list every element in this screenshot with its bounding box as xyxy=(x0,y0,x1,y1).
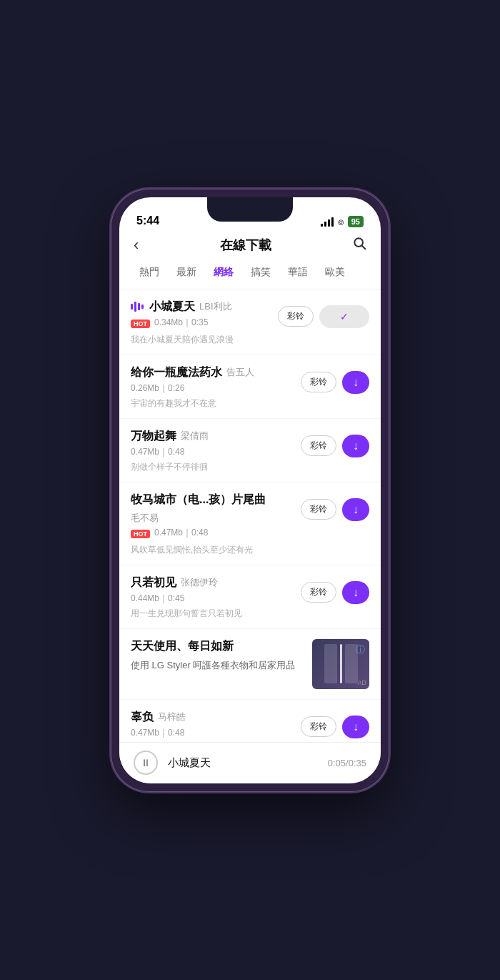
ringtone-button[interactable]: 彩铃 xyxy=(301,499,336,520)
song-lyric: 用一生兑现那句誓言只若初见 xyxy=(131,608,294,620)
tab-chinese[interactable]: 華語 xyxy=(279,263,316,282)
download-button[interactable]: ↓ xyxy=(342,581,369,604)
list-item: 牧马城市（电...孩）片尾曲 毛不易 HOT 0.47Mb｜0:48 风吹草低见… xyxy=(119,482,381,565)
ringtone-button[interactable]: 彩铃 xyxy=(301,582,336,603)
song-actions: 彩铃 ✓ xyxy=(278,305,369,328)
song-meta: 0.47Mb｜0:48 xyxy=(131,727,294,739)
song-meta: 0.44Mb｜0:45 xyxy=(131,593,294,605)
tab-funny[interactable]: 搞笑 xyxy=(242,263,279,282)
song-artist: 毛不易 xyxy=(131,512,159,525)
hot-badge: HOT xyxy=(131,530,150,538)
list-item: 万物起舞 梁倩雨 0.47Mb｜0:48 别做个样子不停徘徊 彩铃 ↓ xyxy=(119,419,381,482)
list-item: 给你一瓶魔法药水 告五人 0.26Mb｜0:26 宇宙的有趣我才不在意 彩铃 ↓ xyxy=(119,355,381,419)
phone-screen: 5:44 ⌾ 95 ‹ 在線下載 xyxy=(119,197,381,783)
song-actions: 彩铃 ↓ xyxy=(301,716,369,738)
song-title-row: 万物起舞 梁倩雨 xyxy=(131,429,294,444)
song-actions: 彩铃 ↓ xyxy=(301,581,369,604)
wifi-icon: ⌾ xyxy=(338,216,344,227)
downloaded-indicator: ✓ xyxy=(319,305,369,328)
song-artist: 马梓皓 xyxy=(158,711,186,723)
song-lyric: 宇宙的有趣我才不在意 xyxy=(131,397,294,410)
song-title: 牧马城市（电...孩）片尾曲 xyxy=(131,493,266,508)
song-meta: 0.47Mb｜0:48 xyxy=(131,446,294,458)
ad-content: 天天使用、每日如新 使用 LG Styler 呵護各種衣物和居家用品 xyxy=(131,639,305,673)
download-button[interactable]: ↓ xyxy=(342,498,369,521)
song-artist: 张德伊玲 xyxy=(181,576,218,589)
signal-bars-icon xyxy=(321,217,334,227)
song-list: 小城夏天 LBI利比 HOT 0.34Mb｜0:35 我在小城夏天陪你遇见浪漫 … xyxy=(119,289,381,783)
song-title: 小城夏天 xyxy=(149,300,195,315)
song-info: 牧马城市（电...孩）片尾曲 毛不易 HOT 0.47Mb｜0:48 风吹草低见… xyxy=(131,493,294,556)
song-artist: 告五人 xyxy=(226,366,254,379)
ringtone-button[interactable]: 彩铃 xyxy=(301,435,336,456)
song-actions: 彩铃 ↓ xyxy=(301,371,369,394)
song-meta: 0.26Mb｜0:26 xyxy=(131,382,294,395)
header: ‹ 在線下載 xyxy=(119,233,381,263)
song-actions: 彩铃 ↓ xyxy=(301,435,369,457)
song-info: 只若初见 张德伊玲 0.44Mb｜0:45 用一生兑现那句誓言只若初见 xyxy=(131,575,294,620)
check-icon: ✓ xyxy=(340,311,349,322)
song-lyric: 我在小城夏天陪你遇见浪漫 xyxy=(131,334,271,346)
song-info: 给你一瓶魔法药水 告五人 0.26Mb｜0:26 宇宙的有趣我才不在意 xyxy=(131,365,294,410)
song-title: 给你一瓶魔法药水 xyxy=(131,365,222,380)
list-item: 只若初见 张德伊玲 0.44Mb｜0:45 用一生兑现那句誓言只若初见 彩铃 ↓ xyxy=(119,565,381,629)
song-title-row: 牧马城市（电...孩）片尾曲 毛不易 xyxy=(131,493,294,525)
player-song-name: 小城夏天 xyxy=(168,756,318,770)
phone-frame: 5:44 ⌾ 95 ‹ 在線下載 xyxy=(111,189,389,792)
song-lyric: 别做个样子不停徘徊 xyxy=(131,461,294,473)
song-title: 万物起舞 xyxy=(131,429,176,444)
download-button[interactable]: ↓ xyxy=(342,371,369,394)
svg-line-1 xyxy=(362,246,366,249)
ringtone-button[interactable]: 彩铃 xyxy=(278,306,314,327)
song-meta: 0.47Mb｜0:48 xyxy=(154,527,208,539)
tab-hot[interactable]: 熱門 xyxy=(131,263,168,282)
notch xyxy=(207,197,293,222)
hot-badge: HOT xyxy=(131,320,150,328)
ad-label: AD xyxy=(357,679,366,686)
pause-icon: ⏸ xyxy=(141,757,151,768)
download-button[interactable]: ↓ xyxy=(342,716,369,738)
song-actions: 彩铃 ↓ xyxy=(301,498,369,521)
pause-button[interactable]: ⏸ xyxy=(134,751,158,775)
tab-latest[interactable]: 最新 xyxy=(168,263,205,282)
waveform-icon xyxy=(131,302,144,312)
ad-desc: 使用 LG Styler 呵護各種衣物和居家用品 xyxy=(131,658,305,673)
list-item: 小城夏天 LBI利比 HOT 0.34Mb｜0:35 我在小城夏天陪你遇见浪漫 … xyxy=(119,289,381,355)
status-icons: ⌾ 95 xyxy=(321,216,364,227)
song-info: 小城夏天 LBI利比 HOT 0.34Mb｜0:35 我在小城夏天陪你遇见浪漫 xyxy=(131,300,271,346)
song-title-row: 小城夏天 LBI利比 xyxy=(131,300,271,315)
tab-western[interactable]: 歐美 xyxy=(316,263,354,282)
ad-info-icon[interactable]: ⓘ xyxy=(356,643,365,656)
song-title-row: 给你一瓶魔法药水 告五人 xyxy=(131,365,294,380)
ringtone-button[interactable]: 彩铃 xyxy=(301,716,336,737)
ringtone-button[interactable]: 彩铃 xyxy=(301,372,336,392)
tab-network[interactable]: 網絡 xyxy=(205,263,242,282)
song-meta: 0.34Mb｜0:35 xyxy=(154,317,208,329)
tab-bar: 熱門 最新 網絡 搞笑 華語 歐美 xyxy=(119,263,381,289)
song-title: 只若初见 xyxy=(131,575,176,590)
song-title: 辜负 xyxy=(131,710,154,725)
advertisement[interactable]: 天天使用、每日如新 使用 LG Styler 呵護各種衣物和居家用品 xyxy=(119,629,381,700)
download-button[interactable]: ↓ xyxy=(342,435,369,457)
battery-badge: 95 xyxy=(348,216,364,227)
ad-title: 天天使用、每日如新 xyxy=(131,639,305,654)
song-title-row: 只若初见 张德伊玲 xyxy=(131,575,294,590)
player-time: 0:05/0:35 xyxy=(328,758,366,768)
song-artist: 梁倩雨 xyxy=(181,430,209,442)
page-title: 在線下載 xyxy=(220,237,271,254)
search-button[interactable] xyxy=(352,236,366,254)
back-button[interactable]: ‹ xyxy=(134,236,139,254)
song-title-row: 辜负 马梓皓 xyxy=(131,710,294,725)
song-artist: LBI利比 xyxy=(199,300,232,313)
song-lyric: 风吹草低见惆怅,抬头至少还有光 xyxy=(131,544,294,556)
song-info: 万物起舞 梁倩雨 0.47Mb｜0:48 别做个样子不停徘徊 xyxy=(131,429,294,473)
status-time: 5:44 xyxy=(136,214,159,227)
player-bar: ⏸ 小城夏天 0:05/0:35 xyxy=(119,742,381,783)
